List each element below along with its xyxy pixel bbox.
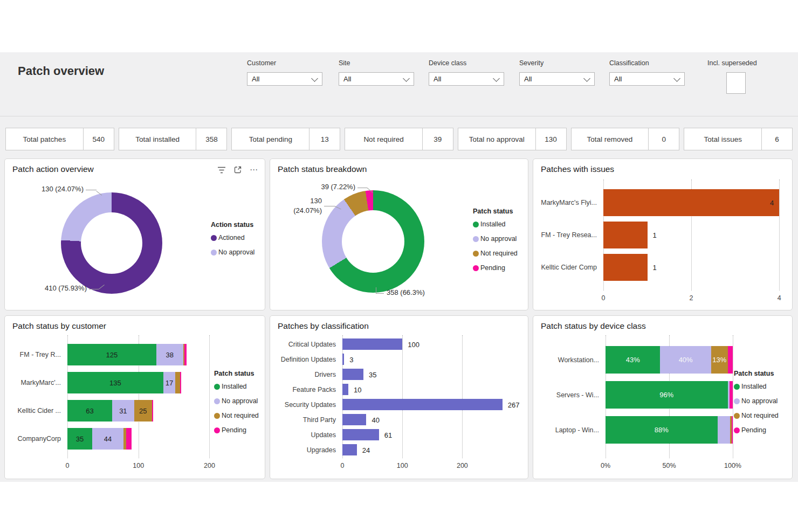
bar-track: 40 [342,414,519,425]
legend-dot-icon [473,236,479,242]
chevron-down-icon [673,75,680,82]
bar[interactable] [603,254,648,281]
bar-track: 1 [603,222,785,248]
kpi-label: Total removed [571,128,649,150]
legend-item[interactable]: Installed [473,220,518,228]
bar[interactable] [342,384,348,395]
legend-item[interactable]: Pending [473,264,518,272]
segment-label: 44 [104,435,112,443]
bar-segment-no_approval[interactable] [718,416,731,444]
bar-track: 4 [603,189,785,216]
bar[interactable] [342,429,379,440]
patch-status-donut[interactable] [322,190,424,293]
legend-item[interactable]: No approval [473,235,518,243]
patch-action-donut[interactable] [61,192,162,294]
customer-filter-dropdown[interactable]: All [247,72,322,86]
legend-item[interactable]: Actioned [211,234,254,241]
bar[interactable] [342,369,363,380]
page-header: Patch overview Customer All Site All Dev… [0,52,798,116]
superseded-checkbox[interactable] [726,72,746,94]
legend-title: Patch status [214,370,259,377]
site-filter-dropdown[interactable]: All [339,72,414,86]
bar-segment-pending[interactable] [126,428,131,450]
legend-item[interactable]: No approval [734,397,779,405]
bar-row: Servers - Wi...96% [538,381,733,409]
kpi-label: Total no approval [458,128,536,150]
card-patch-status-by-device-class: Patch status by device class 0%50%100%Wo… [533,315,793,479]
bar-segment-installed[interactable]: 88% [606,416,718,444]
bar-track: 24 [342,444,519,455]
kpi-value: 130 [535,128,567,150]
filter-icon[interactable] [217,167,226,174]
bar-segment-installed[interactable]: 43% [606,346,660,374]
device-class-filter-value: All [434,75,441,83]
donut-hole [342,210,404,273]
bar-segment-no_approval[interactable]: 38 [156,344,183,365]
legend-item[interactable]: No approval [211,248,254,256]
bar-segment-installed[interactable]: 63 [67,400,112,422]
bar-segment-not_required[interactable]: 13% [711,346,728,374]
legend-label: Installed [480,220,506,228]
bar[interactable] [342,414,366,425]
focus-mode-icon[interactable] [233,165,242,174]
category-label: Feature Packs [276,386,342,393]
customer-filter-value: All [252,75,259,83]
bar-row: Third Party40 [276,414,519,425]
bar-segment-installed[interactable]: 135 [67,372,163,393]
bar-segment-no_approval[interactable]: 31 [112,400,134,422]
bar-row: Workstation...43%40%13% [538,346,733,374]
legend-item[interactable]: Pending [734,426,779,434]
kpi-total-installed: Total installed 358 [119,128,228,150]
bar-segment-pending[interactable] [728,346,733,374]
legend-label: No approval [222,397,258,405]
bar[interactable] [342,399,503,410]
value-label: 1 [653,264,657,272]
legend-item[interactable]: Pending [214,426,259,434]
bar-segment-pending[interactable] [180,372,181,393]
bar[interactable] [342,338,402,350]
bar[interactable] [342,444,357,455]
legend-item[interactable]: Not required [473,250,518,257]
bar-row: CompanyCorp3544 [9,428,213,450]
category-label: Servers - Wi... [538,391,606,399]
category-label: Kelltic Cider Comp [539,264,603,271]
bar-segment-pending[interactable] [730,381,733,409]
legend-item[interactable]: Not required [734,412,779,419]
legend-dot-icon [214,427,220,433]
bar-segment-installed[interactable]: 96% [606,381,728,409]
kpi-label: Total issues [684,128,762,150]
bar-segment-not_required[interactable]: 25 [134,400,152,422]
bar-segment-pending[interactable] [732,416,733,444]
device-class-stacked-bar-chart: 0%50%100%Workstation...43%40%13%Servers … [538,335,733,474]
legend-dot-icon [214,384,220,390]
axis-tick-label: 0 [602,294,606,302]
bar-segment-installed[interactable]: 125 [67,344,156,365]
bar-segment-installed[interactable]: 35 [67,428,92,450]
legend-label: Pending [222,426,246,434]
bar-track: 633125 [67,400,213,422]
device-class-filter-dropdown[interactable]: All [429,72,504,86]
bar-segment-pending[interactable] [184,344,187,365]
classification-filter-value: All [614,75,622,83]
category-label: Laptop - Win... [538,426,606,434]
bar-segment-no_approval[interactable]: 44 [92,428,123,450]
bar-segment-not_required[interactable] [175,372,180,393]
legend-dot-icon [214,398,220,404]
bar[interactable] [603,222,648,248]
legend-patch-status: Patch statusInstalledNo approvalNot requ… [734,370,779,441]
bar-row: Laptop - Win...88% [538,416,733,444]
bar-row: Kelltic Cider ...633125 [9,400,213,422]
bar-segment-no_approval[interactable]: 17 [163,372,175,393]
legend-item[interactable]: No approval [214,397,259,405]
legend-item[interactable]: Installed [734,383,779,390]
bar-segment-no_approval[interactable]: 40% [660,346,711,374]
legend-item[interactable]: Not required [214,412,259,419]
bar[interactable] [603,189,779,216]
bar[interactable] [342,354,344,365]
legend-item[interactable]: Installed [214,383,259,390]
bar-segment-pending[interactable] [152,400,154,422]
classification-filter-dropdown[interactable]: All [609,72,685,86]
device-class-filter: Device class All [429,59,504,86]
severity-filter-dropdown[interactable]: All [519,72,595,86]
more-options-icon[interactable]: ⋯ [250,167,258,172]
